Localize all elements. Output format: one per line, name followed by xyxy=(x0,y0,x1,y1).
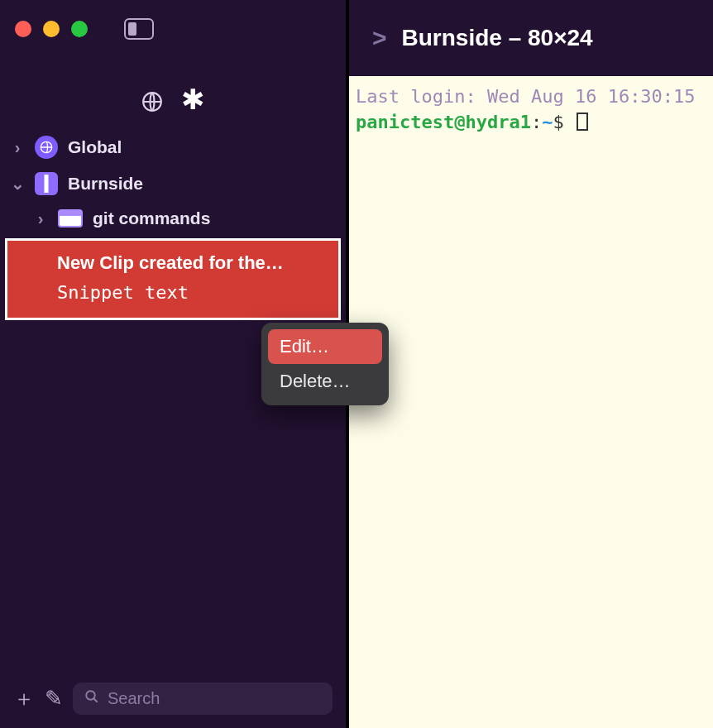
clip-title: New Clip created for the… xyxy=(57,252,327,274)
context-menu-item-label: Delete… xyxy=(280,371,351,391)
search-field-wrap xyxy=(73,682,333,715)
folder-icon xyxy=(58,209,83,228)
plus-icon[interactable]: ＋ xyxy=(13,684,35,713)
toggle-sidebar-button[interactable] xyxy=(124,18,154,40)
terminal-path: ~ xyxy=(542,112,553,132)
globe-icon xyxy=(35,136,58,159)
asterisk-icon[interactable]: ✱ xyxy=(181,91,204,113)
tree-node-label: git commands xyxy=(93,208,210,228)
window-titlebar xyxy=(0,0,346,58)
close-window-button[interactable] xyxy=(15,21,31,37)
terminal-sep: : xyxy=(531,112,542,132)
selected-clip-card[interactable]: New Clip created for the… Snippet text xyxy=(5,238,341,320)
tree-node-git-commands[interactable]: › git commands xyxy=(0,202,346,235)
tree-node-label: Burnside xyxy=(68,174,143,194)
context-menu-item-delete[interactable]: Delete… xyxy=(268,364,382,399)
search-input[interactable] xyxy=(108,689,321,708)
context-menu: Edit… Delete… xyxy=(261,323,389,405)
context-menu-item-edit[interactable]: Edit… xyxy=(268,329,382,364)
prompt-glyph-icon: > xyxy=(372,24,387,52)
scope-switcher: ✱ xyxy=(0,58,346,129)
sidebar: ✱ › Global ⌄ Burnside › git commands New… xyxy=(0,0,346,728)
terminal-cursor xyxy=(577,113,588,131)
chevron-down-icon: ⌄ xyxy=(10,174,25,194)
terminal-user-host: panictest@hydra1 xyxy=(356,112,531,132)
tree-node-burnside[interactable]: ⌄ Burnside xyxy=(0,165,346,202)
svg-point-2 xyxy=(86,691,95,700)
tree-node-label: Global xyxy=(68,137,122,157)
terminal-tab[interactable]: > Burnside – 80×24 xyxy=(349,0,713,76)
clip-body: Snippet text xyxy=(57,282,327,303)
traffic-lights xyxy=(15,21,88,37)
chevron-right-icon: › xyxy=(33,209,48,228)
globe-icon[interactable] xyxy=(141,91,163,113)
minimize-window-button[interactable] xyxy=(43,21,60,37)
terminal-prompt-char: $ xyxy=(553,112,563,132)
search-icon xyxy=(84,689,99,708)
terminal-last-login: Last login: Wed Aug 16 16:30:15 xyxy=(356,86,696,107)
terminal-pane: > Burnside – 80×24 Last login: Wed Aug 1… xyxy=(346,0,713,728)
terminal-body[interactable]: Last login: Wed Aug 16 16:30:15 panictes… xyxy=(349,76,713,728)
context-menu-item-label: Edit… xyxy=(280,336,329,357)
terminal-tab-title: Burnside – 80×24 xyxy=(402,25,593,51)
tree-node-global[interactable]: › Global xyxy=(0,129,346,165)
pencil-icon[interactable]: ✎ xyxy=(45,686,63,711)
zoom-window-button[interactable] xyxy=(71,21,88,37)
server-icon xyxy=(35,172,58,195)
sidebar-bottom-bar: ＋ ✎ xyxy=(0,673,346,728)
chevron-right-icon: › xyxy=(10,138,25,157)
